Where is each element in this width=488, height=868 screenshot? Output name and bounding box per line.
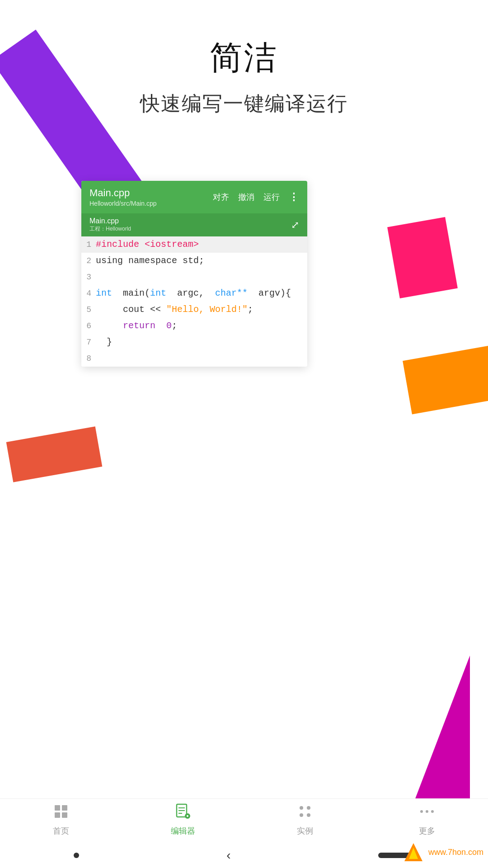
svg-point-11 — [300, 806, 303, 810]
nav-dot — [74, 853, 79, 858]
editor-filepath: Helloworld/src/Main.cpp — [89, 200, 157, 207]
svg-point-17 — [431, 810, 434, 813]
svg-rect-2 — [55, 812, 60, 818]
editor-card: Main.cpp Helloworld/src/Main.cpp 对齐 撤消 运… — [81, 181, 307, 367]
watermark-text: www.7hon.com — [428, 848, 483, 857]
expand-button[interactable]: ⤢ — [291, 220, 299, 230]
svg-rect-0 — [55, 805, 60, 811]
svg-point-12 — [307, 806, 310, 810]
code-line-5: 5 cout << "Hello, World!"; — [81, 302, 307, 318]
editor-icon — [175, 803, 191, 824]
code-line-3: 3 — [81, 269, 307, 285]
decorative-red-rect — [6, 426, 103, 482]
code-editor[interactable]: 1 #include <iostream> 2 using namespace … — [81, 236, 307, 367]
page-header: 简洁 快速编写一键编译运行 — [0, 0, 488, 117]
svg-rect-1 — [62, 805, 67, 811]
editor-filename: Main.cpp — [89, 187, 157, 199]
page-title: 简洁 — [0, 36, 488, 80]
nav-item-more[interactable]: 更多 — [400, 803, 454, 836]
align-button[interactable]: 对齐 — [213, 192, 229, 203]
code-line-4: 4 int main(int argc, char** argv){ — [81, 285, 307, 302]
more-button[interactable]: ⋮ — [289, 191, 299, 203]
code-line-7: 7 } — [81, 334, 307, 350]
nav-item-editor[interactable]: 编辑器 — [156, 803, 210, 836]
decorative-pink-rect — [387, 217, 458, 298]
nav-label-home: 首页 — [53, 826, 69, 836]
tab-info: Main.cpp 工程：Helloworld — [89, 217, 131, 233]
code-line-8: 8 — [81, 350, 307, 367]
watermark: www.7hon.com — [402, 841, 483, 863]
editor-tab-bar: Main.cpp 工程：Helloworld ⤢ — [81, 213, 307, 236]
svg-rect-3 — [62, 812, 67, 818]
editor-toolbar-actions: 对齐 撤消 运行 ⋮ — [213, 191, 299, 203]
home-icon — [53, 803, 69, 824]
examples-icon — [297, 803, 313, 824]
code-line-2: 2 using namespace std; — [81, 253, 307, 269]
nav-item-examples[interactable]: 实例 — [278, 803, 332, 836]
tab-project: 工程：Helloworld — [89, 225, 131, 233]
decorative-magenta-triangle — [411, 656, 470, 809]
nav-back[interactable]: ‹ — [226, 848, 230, 863]
more-nav-icon — [419, 803, 435, 824]
code-line-1: 1 #include <iostream> — [81, 236, 307, 253]
nav-label-more: 更多 — [419, 826, 435, 836]
svg-point-15 — [420, 810, 423, 813]
decorative-orange-rect — [403, 345, 488, 415]
nav-label-examples: 实例 — [297, 826, 313, 836]
undo-button[interactable]: 撤消 — [238, 192, 254, 203]
svg-point-16 — [426, 810, 428, 813]
bottom-navigation: 首页 编辑器 实例 — [0, 798, 488, 841]
editor-toolbar: Main.cpp Helloworld/src/Main.cpp 对齐 撤消 运… — [81, 181, 307, 213]
tab-filename: Main.cpp — [89, 217, 131, 225]
expand-icon: ⤢ — [291, 220, 299, 230]
svg-point-13 — [300, 813, 303, 817]
run-button[interactable]: 运行 — [263, 192, 280, 203]
code-line-6: 6 return 0; — [81, 318, 307, 334]
nav-item-home[interactable]: 首页 — [34, 803, 88, 836]
editor-file-info: Main.cpp Helloworld/src/Main.cpp — [89, 187, 157, 207]
page-subtitle: 快速编写一键编译运行 — [0, 90, 488, 117]
nav-label-editor: 编辑器 — [171, 826, 195, 836]
svg-point-14 — [307, 813, 310, 817]
